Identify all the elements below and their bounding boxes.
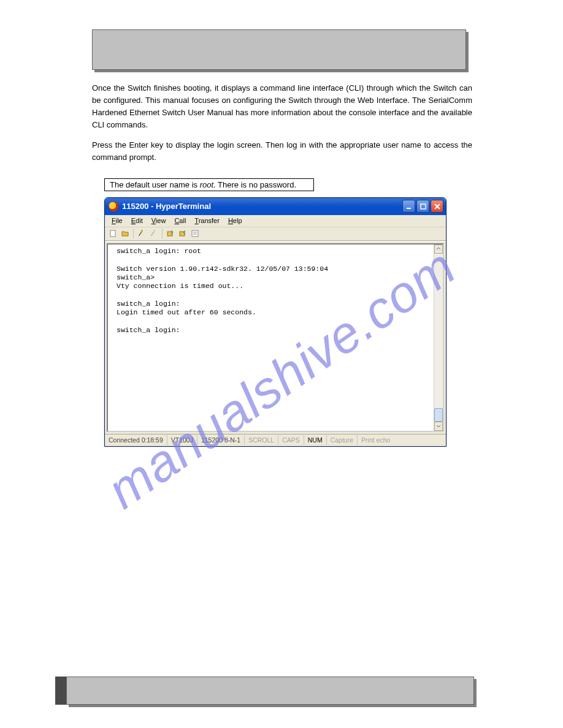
status-scroll: SCROLL <box>245 435 278 445</box>
properties-icon <box>191 229 199 238</box>
menu-edit[interactable]: Edit <box>127 217 147 224</box>
titlebar[interactable]: 115200 - HyperTerminal <box>105 198 446 215</box>
status-connected: Connected 0:18:59 <box>105 435 167 445</box>
window-title: 115200 - HyperTerminal <box>122 202 401 211</box>
receive-icon <box>178 229 187 238</box>
terminal-output[interactable]: switch_a login: root Switch version 1.90… <box>108 245 434 431</box>
open-folder-icon <box>121 229 129 238</box>
status-settings: 115200 8-N-1 <box>197 435 245 445</box>
note-username: root <box>200 180 213 189</box>
client-area: switch_a login: root Switch version 1.90… <box>107 243 444 432</box>
menu-call[interactable]: Call <box>170 217 190 224</box>
minimize-icon <box>406 203 412 210</box>
chevron-down-icon <box>436 423 441 428</box>
client-area-wrap: switch_a login: root Switch version 1.90… <box>105 241 446 434</box>
header-banner <box>92 29 466 70</box>
minimize-button[interactable] <box>402 200 415 213</box>
new-file-button[interactable] <box>107 228 118 239</box>
close-button[interactable] <box>431 200 443 213</box>
svg-rect-6 <box>180 232 185 236</box>
properties-button[interactable] <box>190 228 201 239</box>
new-file-icon <box>109 229 117 238</box>
svg-rect-0 <box>407 208 411 209</box>
svg-rect-3 <box>141 230 143 232</box>
receive-button[interactable] <box>177 228 188 239</box>
scroll-track[interactable] <box>434 254 443 422</box>
statusbar: Connected 0:18:59 VT100J 115200 8-N-1 SC… <box>105 434 446 446</box>
status-printecho: Print echo <box>358 435 394 445</box>
send-icon <box>166 229 175 238</box>
paragraph-2: Press the Enter key to display the login… <box>92 139 472 164</box>
svg-rect-7 <box>192 230 198 237</box>
menu-transfer[interactable]: Transfer <box>190 217 224 224</box>
scroll-down-button[interactable] <box>434 422 443 431</box>
maximize-button[interactable] <box>416 200 429 213</box>
disconnect-button[interactable] <box>148 228 159 239</box>
menubar: File Edit View Call Transfer Help <box>105 215 446 227</box>
vertical-scrollbar[interactable] <box>434 245 443 431</box>
app-icon <box>109 202 118 211</box>
toolbar-separator-2 <box>162 229 163 238</box>
menu-help[interactable]: Help <box>224 217 247 224</box>
connect-icon <box>137 229 146 238</box>
disconnect-icon <box>150 229 158 238</box>
status-capture: Capture <box>327 435 358 445</box>
open-button[interactable] <box>120 228 131 239</box>
scroll-thumb[interactable] <box>434 408 443 422</box>
note-suffix: . There is no password. <box>213 180 296 189</box>
close-icon <box>434 203 440 210</box>
menu-file-rest: ile <box>116 217 123 224</box>
toolbar-separator <box>133 229 134 238</box>
paragraph-1: Once the Switch finishes booting, it dis… <box>92 82 472 132</box>
status-num: NUM <box>304 435 327 445</box>
send-button[interactable] <box>165 228 176 239</box>
toolbar <box>105 227 446 241</box>
svg-rect-1 <box>421 204 426 209</box>
scroll-up-button[interactable] <box>434 245 443 254</box>
menu-file[interactable]: File <box>107 217 127 224</box>
menu-view[interactable]: View <box>147 217 170 224</box>
body-text: Once the Switch finishes booting, it dis… <box>92 82 472 164</box>
hyperterminal-window: 115200 - HyperTerminal File Edit View Ca… <box>104 197 446 447</box>
svg-rect-2 <box>110 230 115 237</box>
note-prefix: The default user name is <box>110 180 200 189</box>
footer-banner <box>66 677 474 705</box>
default-login-note: The default user name is root. There is … <box>104 178 314 191</box>
chevron-up-icon <box>436 246 441 251</box>
svg-rect-4 <box>153 230 155 232</box>
status-emulation: VT100J <box>167 435 197 445</box>
connect-button[interactable] <box>136 228 147 239</box>
status-caps: CAPS <box>278 435 304 445</box>
maximize-icon <box>420 203 426 210</box>
